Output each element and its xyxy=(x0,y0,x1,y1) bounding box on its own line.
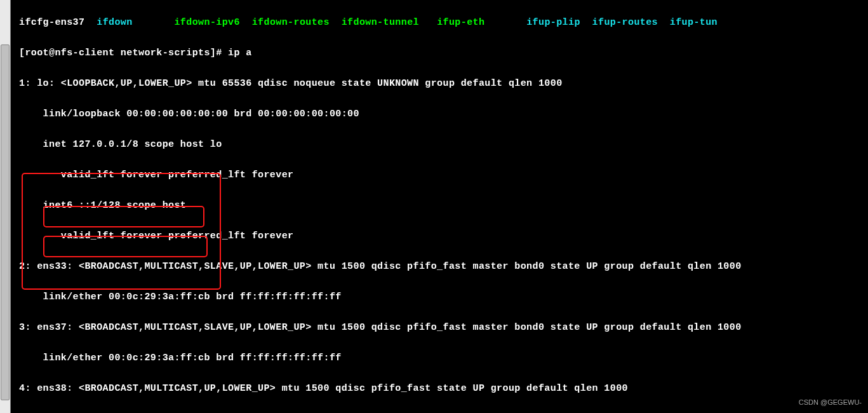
output-line: link/ether 00:0c:29:3a:ff:cb brd ff:ff:f… xyxy=(19,290,859,305)
output-line: 3: ens37: <BROADCAST,MULTICAST,SLAVE,UP,… xyxy=(19,320,859,335)
scrollbar-thumb[interactable] xyxy=(1,44,10,400)
output-line: inet 127.0.0.1/8 scope host lo xyxy=(19,137,859,152)
scrollbar-track[interactable] xyxy=(0,0,11,413)
output-line: link/loopback 00:00:00:00:00:00 brd 00:0… xyxy=(19,107,859,122)
output-line: inet6 ::1/128 scope host xyxy=(19,198,859,213)
ls-output-line: ifcfg-ens37 ifdown ifdown-ipv6 ifdown-ro… xyxy=(19,15,859,30)
output-line: valid_lft forever preferred_lft forever xyxy=(19,168,859,183)
terminal-area[interactable]: ifcfg-ens37 ifdown ifdown-ipv6 ifdown-ro… xyxy=(10,0,868,413)
prompt-line-1: [root@nfs-client network-scripts]# ip a xyxy=(19,46,859,61)
output-line: valid_lft forever preferred_lft forever xyxy=(19,229,859,244)
watermark: CSDN @GEGEWU- xyxy=(799,395,862,410)
output-line: link/ether 00:0c:29:3a:ff:cb brd ff:ff:f… xyxy=(19,351,859,366)
output-line: 1: lo: <LOOPBACK,UP,LOWER_UP> mtu 65536 … xyxy=(19,76,859,91)
output-line: 2: ens33: <BROADCAST,MULTICAST,SLAVE,UP,… xyxy=(19,259,859,274)
output-line: 4: ens38: <BROADCAST,MULTICAST,UP,LOWER_… xyxy=(19,381,859,396)
